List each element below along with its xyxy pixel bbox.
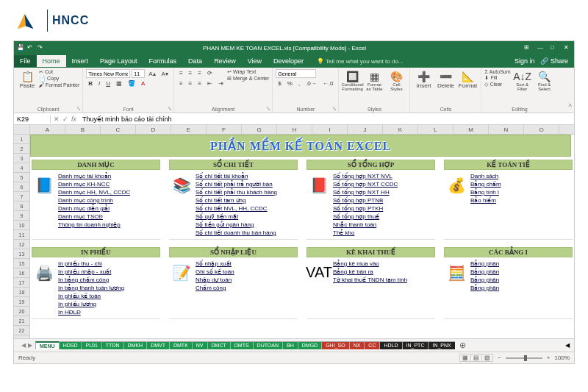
row-header[interactable]: 1 <box>14 135 30 144</box>
tab-developer[interactable]: Developer <box>268 55 309 67</box>
column-header[interactable]: M <box>453 125 489 134</box>
menu-link[interactable]: Danh mục tài khoản <box>58 172 130 180</box>
sheet-tab-dmvt[interactable]: DMVT <box>146 341 170 349</box>
decrease-decimal-icon[interactable]: ←.0 <box>320 79 336 88</box>
horizontal-scroll-left-icon[interactable]: ◀ <box>565 342 574 349</box>
menu-link[interactable]: In phiếu kế toán <box>58 292 124 300</box>
increase-decimal-icon[interactable]: .0→ <box>304 79 319 88</box>
zoom-level[interactable]: 100% <box>555 354 570 361</box>
align-left-icon[interactable]: ≡ <box>177 79 185 88</box>
tab-view[interactable]: View <box>242 55 268 67</box>
sheet-tab-bh[interactable]: BH <box>282 341 298 349</box>
font-color-button[interactable]: A <box>139 79 147 88</box>
row-header[interactable]: 8 <box>14 202 30 211</box>
cut-button[interactable]: ✂ Cut <box>39 69 79 75</box>
paste-button[interactable]: 📋Paste <box>17 69 37 90</box>
menu-link[interactable]: In bảng thanh toán lương <box>58 284 124 292</box>
menu-link[interactable]: Bảo hiểm <box>470 196 501 204</box>
tab-insert[interactable]: Insert <box>66 55 95 67</box>
column-header[interactable]: C <box>101 125 136 134</box>
tab-data[interactable]: Data <box>182 55 208 67</box>
indent-decrease-icon[interactable]: ⇤ <box>205 79 215 88</box>
increase-font-icon[interactable]: A▴ <box>146 70 157 78</box>
column-header[interactable]: K <box>383 125 418 134</box>
menu-link[interactable]: Bảng phân <box>470 268 499 276</box>
menu-link[interactable]: Sổ tổng hợp NXT HH <box>333 188 398 196</box>
menu-link[interactable]: Sổ chi tiết NVL, HH, CCDC <box>196 204 277 213</box>
fill-button[interactable]: ⬇ Fill <box>484 75 510 81</box>
menu-link[interactable]: Sổ tổng hợp PTNB <box>333 196 398 204</box>
format-painter-button[interactable]: 🖌 Format Painter <box>39 82 79 88</box>
menu-link[interactable]: Sổ chi tiết doanh thu bán hàng <box>196 229 277 237</box>
column-header[interactable]: H <box>277 125 312 134</box>
tell-me-search[interactable]: 💡 Tell me what you want to do... <box>309 58 514 65</box>
sheet-tab-in_pnx[interactable]: IN_PNX <box>428 341 454 349</box>
align-center-icon[interactable]: ≡ <box>187 79 195 88</box>
menu-link[interactable]: Bảng kê bán ra <box>333 268 407 276</box>
row-header[interactable]: 6 <box>14 182 30 192</box>
menu-link[interactable]: Bảng phân <box>470 260 499 268</box>
sheet-tab-nv[interactable]: NV <box>192 341 208 349</box>
sheet-tab-hdld[interactable]: HDLD <box>379 341 402 349</box>
row-header[interactable]: 12 <box>14 240 30 249</box>
row-header[interactable]: 11 <box>14 230 30 240</box>
row-header[interactable]: 5 <box>14 173 30 182</box>
save-icon[interactable]: 💾 <box>17 44 24 51</box>
font-name-select[interactable] <box>86 69 130 78</box>
column-header[interactable]: A <box>30 125 65 134</box>
align-middle-icon[interactable]: ≡ <box>187 69 195 77</box>
menu-link[interactable]: In phiếu lương <box>58 300 124 308</box>
row-header[interactable]: 2 <box>14 144 30 154</box>
sheet-tab-dmts[interactable]: DMTS <box>230 341 254 349</box>
formula-input[interactable]: Thuyết minh báo cáo tài chính <box>79 115 574 123</box>
menu-link[interactable]: Sổ tổng hợp thuế <box>333 213 398 221</box>
column-header[interactable]: D <box>136 125 171 134</box>
menu-link[interactable]: Sổ chi tiết phải thu khách hàng <box>196 188 277 196</box>
delete-cells-button[interactable]: ➖Delete <box>435 69 456 90</box>
row-header[interactable]: 17 <box>14 278 30 288</box>
clear-button[interactable]: ◇ Clear <box>484 82 510 88</box>
menu-link[interactable]: Sổ nhập xuất <box>196 260 234 268</box>
zoom-slider[interactable] <box>506 357 542 359</box>
cell-styles-button[interactable]: 🎨Cell Styles <box>386 69 406 93</box>
zoom-in-icon[interactable]: + <box>547 354 551 361</box>
decrease-font-icon[interactable]: A▾ <box>159 70 171 78</box>
row-header[interactable]: 4 <box>14 163 30 173</box>
italic-button[interactable]: I <box>96 79 102 88</box>
menu-link[interactable]: Danh sách <box>470 172 501 180</box>
menu-link[interactable]: Sổ tiền gửi ngân hàng <box>196 221 277 229</box>
share-button[interactable]: 🔗 Share <box>540 57 568 65</box>
tab-file[interactable]: File <box>14 55 37 67</box>
zoom-out-icon[interactable]: − <box>498 354 501 361</box>
currency-icon[interactable]: $ <box>276 79 283 88</box>
dialog-launcher-icon[interactable]: ⤡ <box>266 106 270 112</box>
enter-formula-icon[interactable]: ✓ <box>62 115 68 123</box>
border-button[interactable]: ▦ <box>114 79 124 88</box>
align-bottom-icon[interactable]: ≡ <box>196 69 204 77</box>
insert-cells-button[interactable]: ➕Insert <box>413 69 434 90</box>
tab-home[interactable]: Home <box>37 55 66 67</box>
menu-link[interactable]: In bảng chấm công <box>58 276 124 284</box>
comma-icon[interactable]: , <box>296 79 302 88</box>
sheet-tab-menu[interactable]: MENU <box>35 341 60 349</box>
menu-link[interactable]: In phiếu thu - chi <box>58 260 124 268</box>
menu-link[interactable]: Sổ tổng hợp PTKH <box>333 204 398 213</box>
row-header[interactable]: 19 <box>14 297 30 307</box>
row-header[interactable]: 20 <box>14 307 30 316</box>
menu-link[interactable]: Thông tin doanh nghiệp <box>58 221 130 229</box>
close-icon[interactable]: ✕ <box>564 44 571 51</box>
row-header[interactable]: 13 <box>14 249 30 259</box>
format-as-table-button[interactable]: ▦Format as Table <box>364 69 384 93</box>
new-sheet-button[interactable]: ⊕ <box>455 341 470 350</box>
menu-link[interactable]: Bảng tính l <box>470 188 501 196</box>
indent-increase-icon[interactable]: ⇥ <box>216 79 226 88</box>
undo-icon[interactable]: ↶ <box>27 44 35 51</box>
menu-link[interactable]: Danh mục KH-NCC <box>58 180 130 188</box>
menu-link[interactable]: Thẻ kho <box>333 229 398 237</box>
align-top-icon[interactable]: ≡ <box>177 69 185 77</box>
normal-view-icon[interactable]: ▦ <box>459 354 471 362</box>
align-right-icon[interactable]: ≡ <box>196 79 204 88</box>
column-header[interactable]: I <box>312 125 348 134</box>
format-cells-button[interactable]: 📐Format <box>457 69 478 90</box>
redo-icon[interactable]: ↷ <box>37 44 45 51</box>
